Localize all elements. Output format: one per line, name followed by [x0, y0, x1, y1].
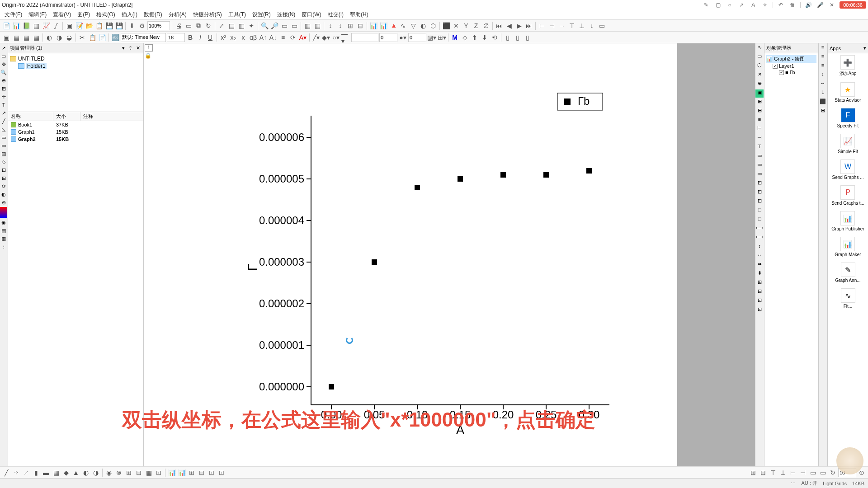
- new-project-icon[interactable]: 📄: [2, 21, 11, 30]
- antialias-icon[interactable]: ◇: [460, 33, 469, 42]
- ls-9[interactable]: ↗: [0, 109, 7, 117]
- data-point[interactable]: [329, 384, 334, 389]
- tb-b8[interactable]: ↕: [326, 21, 335, 30]
- first-icon[interactable]: ⏮: [495, 21, 504, 30]
- align-icon[interactable]: ≡: [278, 33, 288, 42]
- ls-3[interactable]: ✥: [0, 61, 7, 68]
- file-row-book1[interactable]: Book1 37KB: [8, 121, 143, 128]
- data-point[interactable]: [372, 259, 377, 265]
- layer-top-icon[interactable]: ⬆: [470, 33, 479, 42]
- highlight-icon[interactable]: ✧: [761, 1, 769, 9]
- text-tool-icon[interactable]: T: [0, 101, 7, 108]
- ls-15[interactable]: ◇: [0, 158, 7, 165]
- duplicate-icon[interactable]: ⧉: [194, 21, 203, 30]
- save-project-icon[interactable]: 💾: [114, 21, 123, 30]
- cut-icon[interactable]: ✂: [78, 33, 87, 42]
- left-tb4[interactable]: ▦: [32, 33, 41, 42]
- menu-connect[interactable]: 连接(N): [274, 10, 298, 19]
- col-size-header[interactable]: 大小: [53, 112, 80, 121]
- rs1-20[interactable]: □: [755, 216, 764, 224]
- delete-icon[interactable]: 🗑: [788, 1, 797, 9]
- bt-19[interactable]: ⊞: [187, 468, 196, 477]
- pencil-icon[interactable]: ✎: [702, 1, 710, 9]
- border-m-icon[interactable]: ▯: [513, 33, 522, 42]
- menu-format[interactable]: 格式(O): [94, 10, 118, 19]
- bt-r7[interactable]: ▭: [808, 468, 817, 477]
- bt-8[interactable]: ▲: [71, 468, 80, 477]
- apps-dropdown-icon[interactable]: ▾: [863, 45, 866, 51]
- decrease-font-icon[interactable]: A↓: [269, 33, 278, 42]
- num-b-combo[interactable]: [408, 33, 426, 42]
- app-send-graphs-1[interactable]: WSend Graphs ...: [832, 160, 863, 180]
- font-family-combo[interactable]: [121, 33, 166, 42]
- symbol-type-icon[interactable]: ○▾: [331, 33, 340, 42]
- bt-r8[interactable]: ▭: [818, 468, 827, 477]
- file-row-graph1[interactable]: Graph1 15KB: [8, 128, 143, 136]
- bt-17[interactable]: 📊: [167, 468, 176, 477]
- checkbox-icon[interactable]: ✓: [779, 70, 784, 75]
- rs1-27[interactable]: ⊞: [755, 279, 764, 287]
- data-reader-icon[interactable]: ✛: [0, 93, 7, 100]
- bt-r4[interactable]: ⊥: [778, 468, 788, 477]
- rs1-12[interactable]: ⊤: [755, 144, 764, 152]
- paste-icon[interactable]: 📄: [98, 33, 107, 42]
- app-graph-maker[interactable]: 📊Graph Maker: [835, 237, 861, 257]
- new-matrix-icon[interactable]: ▦: [32, 21, 41, 30]
- symbol-btn[interactable]: ●▾: [398, 33, 407, 42]
- rs1-6[interactable]: ▣: [755, 89, 764, 98]
- italic-button[interactable]: I: [196, 33, 205, 42]
- font-picker-icon[interactable]: 🔤: [111, 33, 120, 42]
- bt-r5[interactable]: ⊢: [788, 468, 797, 477]
- tb-b16[interactable]: ⬡: [429, 21, 438, 30]
- rs1-5[interactable]: ⊕: [755, 80, 764, 89]
- pie-plot-icon[interactable]: ◐: [81, 468, 90, 477]
- column-plot-icon[interactable]: ▮: [32, 468, 41, 477]
- print-icon[interactable]: 🖨: [174, 21, 183, 30]
- panel-pin-icon[interactable]: ⇧: [127, 45, 134, 51]
- slide-icon[interactable]: ▭: [184, 21, 193, 30]
- tb-b13[interactable]: 🔺: [389, 21, 398, 30]
- bt-7[interactable]: ◆: [61, 468, 71, 477]
- rs2-8[interactable]: ⊞: [819, 108, 827, 116]
- ls-13[interactable]: ▭: [0, 142, 7, 149]
- rs1-10[interactable]: ⊢: [755, 126, 764, 134]
- square-icon[interactable]: ▢: [714, 1, 722, 9]
- tree-folder1[interactable]: Folder1: [10, 62, 142, 70]
- bt-r2[interactable]: ⊟: [759, 468, 768, 477]
- rs1-29[interactable]: ⊡: [755, 297, 764, 305]
- rs1-4[interactable]: ✕: [755, 71, 764, 80]
- bt-r9[interactable]: ↻: [828, 468, 837, 477]
- tb-b1[interactable]: ▤: [227, 21, 236, 30]
- supersub-icon[interactable]: x: [239, 33, 248, 42]
- greek-icon[interactable]: αβ: [249, 33, 258, 42]
- menu-tools[interactable]: 工具(T): [226, 10, 249, 19]
- app-speedy-fit[interactable]: FSpeedy Fit: [837, 108, 859, 128]
- ax5-icon[interactable]: ⊥: [577, 21, 586, 30]
- tb-b3[interactable]: ✦: [247, 21, 256, 30]
- rs1-23[interactable]: ↕: [755, 243, 764, 251]
- left-tb6[interactable]: ◑: [55, 33, 64, 42]
- data-point[interactable]: [586, 168, 592, 174]
- filter-icon[interactable]: ▽: [409, 21, 418, 30]
- next-icon[interactable]: ▶: [514, 21, 524, 30]
- rs1-3[interactable]: ⬡: [755, 62, 764, 70]
- new-graph-icon[interactable]: 📈: [42, 21, 51, 30]
- bt-r3[interactable]: ⊤: [769, 468, 778, 477]
- undo-icon[interactable]: ↶: [777, 1, 785, 9]
- refresh-icon[interactable]: ↻: [204, 21, 213, 30]
- app-send-graphs-2[interactable]: PSend Graphs t...: [831, 185, 864, 206]
- ls-25[interactable]: ⋮: [0, 243, 7, 250]
- status-grids[interactable]: Light Grids: [823, 481, 847, 486]
- rs1-2[interactable]: ▭: [755, 53, 764, 61]
- line-style-icon[interactable]: —▾: [341, 33, 350, 42]
- rect-tool-icon[interactable]: ▭: [0, 134, 7, 141]
- panel-dropdown-icon[interactable]: ▾: [121, 45, 126, 51]
- new-workbook-icon[interactable]: 📊: [12, 21, 21, 30]
- mic-icon[interactable]: 🎤: [816, 1, 824, 9]
- tb-b5[interactable]: ▭: [290, 21, 299, 30]
- app-add[interactable]: ➕添加App: [840, 55, 857, 77]
- rs1-15[interactable]: ▭: [755, 171, 764, 179]
- bold-button[interactable]: B: [186, 33, 195, 42]
- line-preview[interactable]: [351, 33, 378, 42]
- rs1-17[interactable]: ⊡: [755, 189, 764, 197]
